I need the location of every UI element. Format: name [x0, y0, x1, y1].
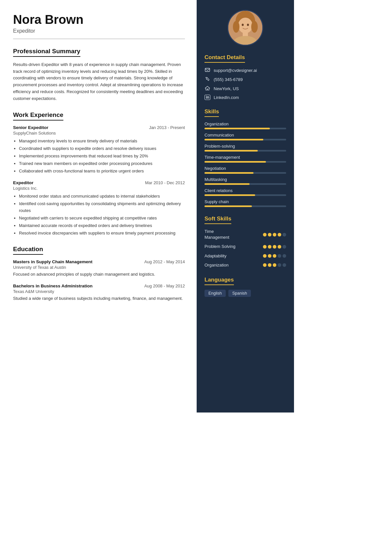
dot-filled: [263, 233, 267, 236]
job-bullets: Monitored order status and communicated …: [13, 193, 185, 236]
soft-skill-name: Organization: [204, 262, 229, 268]
contact-icon: in: [204, 95, 210, 100]
svg-point-7: [242, 24, 244, 26]
candidate-title: Expeditor: [13, 28, 185, 34]
skill-bar-fill: [204, 161, 266, 163]
list-item: Negotiated with carriers to secure exped…: [19, 215, 185, 221]
job-company: Logistics Inc.: [13, 186, 185, 191]
resume-header: Nora Brown Expeditor: [13, 13, 185, 39]
language-badges: EnglishSpanish: [204, 290, 286, 297]
skill-bar-fill: [204, 205, 252, 207]
dot-filled: [268, 254, 271, 258]
edu-dates: Aug 2008 - May 2012: [144, 283, 185, 288]
soft-skill-dots: [263, 254, 286, 258]
contact-item: (555) 345-6789: [204, 76, 286, 83]
contact-text: NewYork, US: [214, 86, 239, 91]
avatar-wrap: [204, 10, 286, 46]
job-dates: Jan 2013 - Present: [149, 125, 185, 130]
contact-item: inLinkedIn.com: [204, 95, 286, 100]
skill-item: Organization: [204, 121, 286, 129]
skill-bar-bg: [204, 183, 286, 185]
skill-bar-bg: [204, 161, 286, 163]
soft-skill-name: Adaptability: [204, 253, 226, 259]
svg-rect-5: [243, 32, 248, 37]
dot-filled: [273, 245, 276, 249]
dot-filled: [278, 233, 281, 236]
education-section: Education Masters in Supply Chain Manage…: [13, 246, 185, 302]
skill-item: Time-management: [204, 155, 286, 163]
job-company: SupplyChain Solutions: [13, 131, 185, 136]
list-item: Managed inventory levels to ensure timel…: [19, 138, 185, 144]
skill-bar-bg: [204, 128, 286, 129]
skill-bar-bg: [204, 150, 286, 152]
edu-desc: Focused on advanced principles of supply…: [13, 271, 185, 278]
edu-degree: Bachelors in Business Administration: [13, 283, 92, 288]
skill-bar-bg: [204, 139, 286, 140]
list-item: Collaborated with cross-functional teams…: [19, 168, 185, 174]
dot-empty: [283, 233, 286, 236]
contact-icon: [204, 86, 210, 92]
education-entry: Bachelors in Business AdministrationAug …: [13, 283, 185, 302]
dot-filled: [273, 263, 276, 267]
language-badge: Spanish: [228, 290, 251, 297]
dot-filled: [278, 245, 281, 249]
skill-item: Supply chain: [204, 199, 286, 207]
contact-item: support@cvdesigner.ai: [204, 67, 286, 73]
skill-name: Client relations: [204, 188, 286, 193]
skill-bar-fill: [204, 183, 250, 185]
list-item: Resolved invoice discrepancies with supp…: [19, 230, 185, 236]
edu-school: University of Texas at Austin: [13, 265, 185, 270]
soft-skill-dots: [263, 245, 286, 249]
skill-bar-bg: [204, 205, 286, 207]
skill-item: Communication: [204, 133, 286, 140]
education-list: Masters in Supply Chain ManagementAug 20…: [13, 259, 185, 302]
list-item: Maintained accurate records of expedited…: [19, 222, 185, 229]
svg-point-2: [238, 18, 253, 33]
list-item: Implemented process improvements that re…: [19, 153, 185, 159]
svg-point-3: [233, 21, 239, 33]
skill-name: Multitasking: [204, 177, 286, 182]
soft-skill-dots: [263, 233, 286, 236]
dot-filled: [263, 263, 267, 267]
education-title: Education: [13, 246, 43, 255]
skill-bar-bg: [204, 172, 286, 174]
education-entry: Masters in Supply Chain ManagementAug 20…: [13, 259, 185, 278]
list-item: Coordinated with suppliers to expedite o…: [19, 145, 185, 152]
skill-name: Negotiation: [204, 166, 286, 171]
skill-bar-fill: [204, 194, 255, 196]
contact-icon: [204, 67, 210, 73]
avatar: [227, 10, 263, 46]
skill-item: Multitasking: [204, 177, 286, 185]
contact-text: support@cvdesigner.ai: [214, 68, 257, 73]
skill-name: Organization: [204, 121, 286, 126]
svg-point-8: [247, 24, 249, 26]
summary-text: Results-driven Expeditor with 8 years of…: [13, 61, 185, 102]
skill-bar-bg: [204, 194, 286, 196]
contact-section: Contact Details support@cvdesigner.ai(55…: [204, 54, 286, 100]
dot-empty: [283, 254, 286, 258]
svg-rect-9: [205, 68, 210, 72]
contact-title: Contact Details: [204, 54, 245, 63]
dot-empty: [283, 263, 286, 267]
dot-filled: [263, 245, 267, 249]
contact-list: support@cvdesigner.ai(555) 345-6789NewYo…: [204, 67, 286, 100]
dot-filled: [268, 263, 271, 267]
soft-skill-name: Problem Solving: [204, 244, 236, 250]
contact-text: (555) 345-6789: [214, 77, 243, 82]
skill-name: Time-management: [204, 155, 286, 160]
edu-school: Texas A&M University: [13, 289, 185, 294]
contact-item: NewYork, US: [204, 86, 286, 92]
right-column: Contact Details support@cvdesigner.ai(55…: [197, 0, 294, 412]
skills-section: Skills OrganizationCommunicationProblem-…: [204, 108, 286, 207]
work-title: Work Experience: [13, 111, 63, 121]
summary-title: Professional Summary: [13, 48, 80, 57]
skills-title: Skills: [204, 108, 219, 117]
soft-skills-title: Soft Skills: [204, 216, 231, 224]
job-bullets: Managed inventory levels to ensure timel…: [13, 138, 185, 175]
left-column: Nora Brown Expeditor Professional Summar…: [0, 0, 197, 412]
contact-icon: [204, 76, 210, 83]
languages-section: Languages EnglishSpanish: [204, 277, 286, 297]
dot-filled: [263, 254, 267, 258]
edu-desc: Studied a wide range of business subject…: [13, 295, 185, 302]
header-divider: [13, 39, 185, 39]
